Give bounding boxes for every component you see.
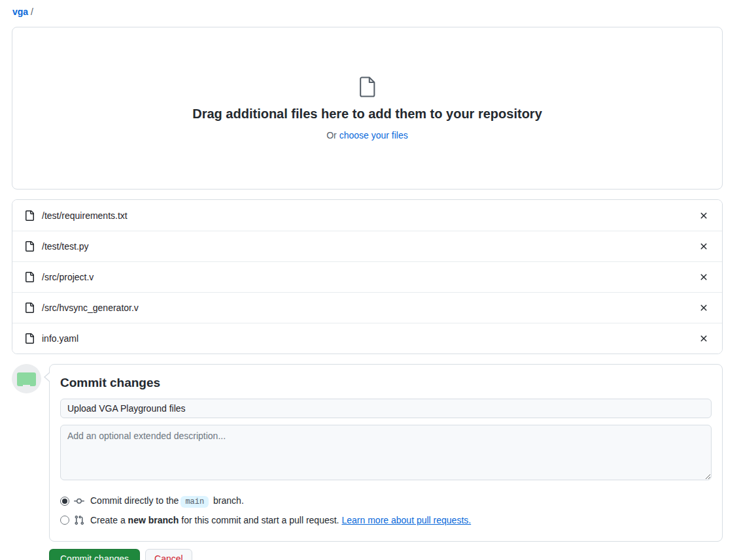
commit-heading: Commit changes: [60, 376, 712, 390]
radio-commit-direct[interactable]: [60, 497, 69, 506]
commit-description-textarea[interactable]: [60, 425, 712, 480]
form-actions: Commit changes Cancel: [49, 549, 723, 560]
commit-section: Commit changes Commit directly to themai…: [12, 364, 723, 542]
radio-new-branch[interactable]: [60, 516, 69, 525]
file-name: /test/requirements.txt: [42, 210, 128, 221]
git-commit-icon: [74, 496, 84, 506]
commit-message-input[interactable]: [60, 399, 712, 418]
branch-name-badge: main: [181, 496, 209, 508]
file-name: /src/hvsync_generator.v: [42, 303, 139, 313]
close-icon: [698, 210, 709, 221]
close-icon: [698, 241, 709, 252]
remove-file-button[interactable]: [697, 209, 710, 222]
avatar-identicon: [17, 372, 36, 386]
file-row: /test/test.py: [12, 231, 722, 261]
avatar: [12, 364, 41, 393]
close-icon: [698, 272, 709, 282]
remove-file-button[interactable]: [697, 301, 710, 314]
remove-file-button[interactable]: [697, 271, 710, 284]
file-name: info.yaml: [42, 333, 78, 344]
close-icon: [698, 333, 709, 344]
file-name: /test/test.py: [42, 241, 89, 252]
file-list: /test/requirements.txt /test/test.py /sr…: [12, 199, 723, 354]
new-branch-option[interactable]: Create a new branch for this commit and …: [60, 515, 712, 525]
learn-more-link[interactable]: Learn more about pull requests.: [342, 515, 472, 525]
commit-form: Commit changes Commit directly to themai…: [49, 364, 723, 542]
file-icon: [24, 241, 35, 252]
dropzone-heading: Drag additional files here to add them t…: [192, 107, 542, 122]
choose-files-link[interactable]: choose your files: [339, 130, 408, 140]
breadcrumb-separator: /: [31, 7, 33, 17]
file-row: info.yaml: [12, 323, 722, 354]
file-row: /src/project.v: [12, 261, 722, 292]
commit-direct-option[interactable]: Commit directly to themain branch.: [60, 495, 712, 506]
file-icon: [24, 333, 35, 344]
cancel-button[interactable]: Cancel: [145, 549, 192, 560]
or-text: Or: [326, 130, 339, 140]
git-pull-request-icon: [74, 515, 84, 525]
close-icon: [698, 303, 709, 313]
avatar-identicon-notch: [23, 385, 31, 391]
dropzone-subtext: Or choose your files: [326, 130, 408, 140]
file-dropzone[interactable]: Drag additional files here to add them t…: [12, 27, 723, 189]
file-icon: [24, 272, 35, 282]
file-row: /src/hvsync_generator.v: [12, 292, 722, 323]
remove-file-button[interactable]: [697, 240, 710, 253]
commit-changes-button[interactable]: Commit changes: [49, 549, 140, 560]
file-row: /test/requirements.txt: [12, 200, 722, 231]
new-branch-label: Create a new branch for this commit and …: [90, 515, 471, 525]
file-icon: [24, 303, 35, 313]
file-upload-icon: [358, 76, 377, 100]
commit-target-options: Commit directly to themain branch. Creat…: [60, 495, 712, 525]
file-icon: [24, 210, 35, 221]
file-name: /src/project.v: [42, 272, 94, 282]
breadcrumb: vga /: [12, 7, 723, 17]
remove-file-button[interactable]: [697, 332, 710, 345]
upload-page: vga / Drag additional files here to add …: [0, 0, 741, 560]
commit-direct-label: Commit directly to themain branch.: [90, 495, 244, 506]
breadcrumb-repo-link[interactable]: vga: [12, 7, 28, 17]
